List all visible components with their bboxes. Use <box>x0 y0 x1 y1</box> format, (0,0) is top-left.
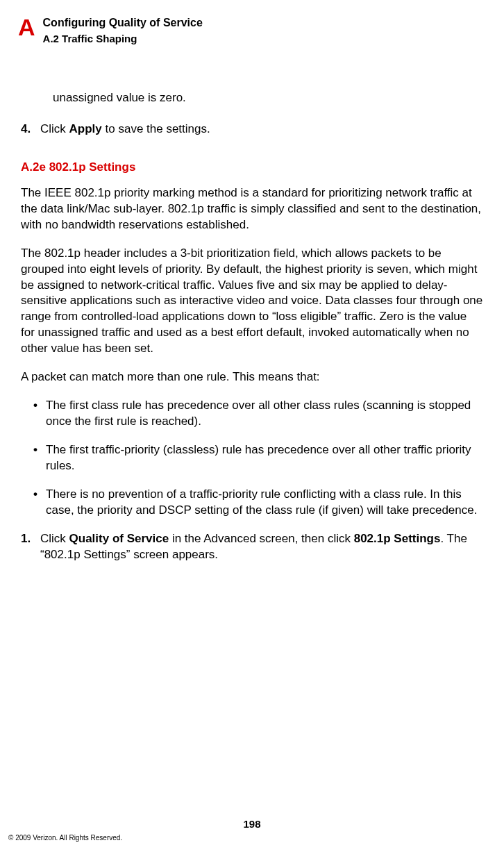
list-item-text: The first traffic-priority (classless) r… <box>46 442 483 474</box>
header-titles: Configuring Quality of Service A.2 Traff… <box>43 15 203 46</box>
step-1: 1. Click Quality of Service in the Advan… <box>21 531 483 563</box>
bullet-icon: • <box>33 398 46 430</box>
page-header: A Configuring Quality of Service A.2 Tra… <box>18 15 203 46</box>
apply-label: Apply <box>69 122 102 135</box>
text: Click <box>40 122 69 135</box>
list-item-text: The first class rule has precedence over… <box>46 398 483 430</box>
list-item: • The first class rule has precedence ov… <box>21 398 483 430</box>
header-title-sub: A.2 Traffic Shaping <box>43 32 203 46</box>
bullet-icon: • <box>33 487 46 519</box>
page-content: unassigned value is zero. 4. Click Apply… <box>21 90 483 578</box>
qos-label: Quality of Service <box>69 532 169 545</box>
text: to save the settings. <box>102 122 210 135</box>
section-heading-a2e: A.2e 802.1p Settings <box>21 160 483 176</box>
text: in the Advanced screen, then click <box>169 532 354 545</box>
copyright: © 2009 Verizon. All Rights Reserved. <box>8 833 122 843</box>
list-item-text: There is no prevention of a traffic-prio… <box>46 487 483 519</box>
appendix-letter: A <box>18 15 35 39</box>
bullet-icon: • <box>33 442 46 474</box>
list-item: • The first traffic-priority (classless)… <box>21 442 483 474</box>
previous-page-fragment: unassigned value is zero. <box>53 90 483 106</box>
step-number: 1. <box>21 531 40 563</box>
page-number: 198 <box>0 817 504 831</box>
8021p-settings-label: 802.1p Settings <box>354 532 441 545</box>
text: Click <box>40 532 69 545</box>
paragraph: The 802.1p header includes a 3-bit prior… <box>21 246 483 358</box>
paragraph: A packet can match more than one rule. T… <box>21 369 483 385</box>
step-body: Click Quality of Service in the Advanced… <box>40 531 483 563</box>
step-body: Click Apply to save the settings. <box>40 122 483 137</box>
step-number: 4. <box>21 122 40 137</box>
list-item: • There is no prevention of a traffic-pr… <box>21 487 483 519</box>
paragraph: The IEEE 802.1p priority marking method … <box>21 185 483 233</box>
header-title-main: Configuring Quality of Service <box>43 15 203 31</box>
step-4: 4. Click Apply to save the settings. <box>21 122 483 137</box>
